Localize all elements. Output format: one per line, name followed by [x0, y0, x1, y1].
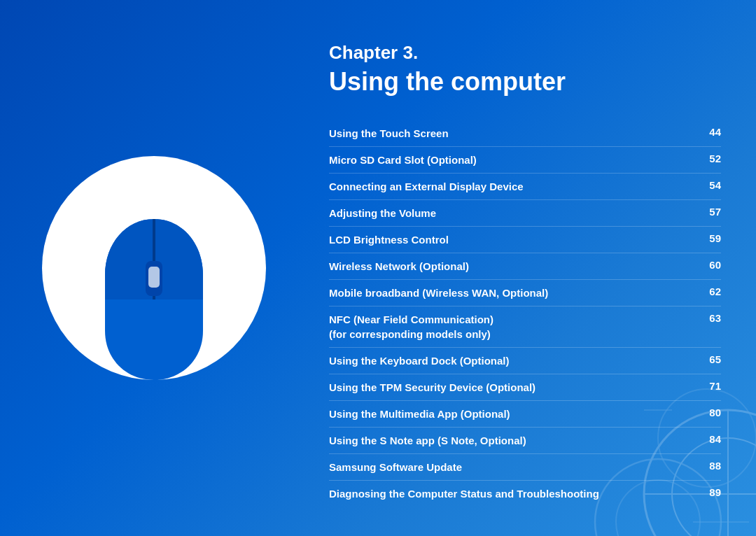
- toc-page-number: 63: [700, 312, 721, 324]
- chapter-title: Using the computer: [329, 66, 721, 97]
- toc-title: Adjusting the Volume: [329, 206, 700, 220]
- toc-row[interactable]: Using the S Note app (S Note, Optional)8…: [329, 429, 721, 452]
- toc-row[interactable]: Using the TPM Security Device (Optional)…: [329, 376, 721, 399]
- toc-title: NFC (Near Field Communication) (for corr…: [329, 312, 700, 341]
- toc-row[interactable]: LCD Brightness Control59: [329, 228, 721, 251]
- toc-divider: [329, 427, 721, 428]
- right-panel: Chapter 3. Using the computer Using the …: [308, 0, 756, 536]
- toc-divider: [329, 453, 721, 454]
- toc-row[interactable]: Micro SD Card Slot (Optional)52: [329, 148, 721, 171]
- toc-page-number: 54: [700, 179, 721, 191]
- toc-divider: [329, 226, 721, 227]
- toc-row[interactable]: Using the Multimedia App (Optional)80: [329, 402, 721, 425]
- left-panel: [0, 0, 308, 536]
- toc-row[interactable]: Connecting an External Display Device54: [329, 175, 721, 198]
- toc-row[interactable]: Using the Keyboard Dock (Optional)65: [329, 349, 721, 372]
- chapter-label: Chapter 3.: [329, 42, 721, 64]
- toc-title: Mobile broadband (Wireless WAN, Optional…: [329, 285, 700, 300]
- toc-title: Using the TPM Security Device (Optional): [329, 380, 700, 395]
- toc-divider: [329, 347, 721, 348]
- toc-page-number: 57: [700, 206, 721, 218]
- toc-page-number: 88: [700, 460, 721, 472]
- toc-row[interactable]: Adjusting the Volume57: [329, 202, 721, 225]
- toc-list: Using the Touch Screen44Micro SD Card Sl…: [329, 122, 721, 505]
- toc-divider: [329, 400, 721, 401]
- samsung-s-logo: [29, 163, 155, 373]
- toc-page-number: 80: [700, 407, 721, 418]
- toc-divider: [329, 253, 721, 253]
- toc-divider: [329, 199, 721, 200]
- toc-row[interactable]: Wireless Network (Optional)60: [329, 255, 721, 278]
- toc-title: LCD Brightness Control: [329, 232, 700, 247]
- toc-title: Diagnosing the Computer Status and Troub…: [329, 486, 700, 501]
- toc-divider: [329, 480, 721, 481]
- toc-title: Samsung Software Update: [329, 460, 700, 474]
- toc-page-number: 65: [700, 353, 721, 365]
- toc-title: Using the Touch Screen: [329, 126, 700, 141]
- toc-row[interactable]: Mobile broadband (Wireless WAN, Optional…: [329, 281, 721, 304]
- page-container: Chapter 3. Using the computer Using the …: [0, 0, 756, 536]
- toc-title: Using the Multimedia App (Optional): [329, 407, 700, 421]
- toc-page-number: 60: [700, 259, 721, 271]
- toc-title: Using the Keyboard Dock (Optional): [329, 353, 700, 368]
- toc-title: Using the S Note app (S Note, Optional): [329, 433, 700, 448]
- toc-page-number: 89: [700, 486, 721, 498]
- toc-title: Wireless Network (Optional): [329, 259, 700, 274]
- toc-page-number: 62: [700, 285, 721, 297]
- toc-divider: [329, 173, 721, 174]
- toc-page-number: 59: [700, 232, 721, 244]
- toc-page-number: 44: [700, 126, 721, 138]
- toc-divider: [329, 146, 721, 147]
- toc-title: Connecting an External Display Device: [329, 179, 700, 194]
- toc-page-number: 52: [700, 153, 721, 164]
- toc-divider: [329, 306, 721, 306]
- toc-page-number: 84: [700, 433, 721, 445]
- toc-title: Micro SD Card Slot (Optional): [329, 153, 700, 167]
- toc-divider: [329, 279, 721, 280]
- toc-divider: [329, 374, 721, 374]
- toc-row[interactable]: Samsung Software Update88: [329, 456, 721, 479]
- toc-row[interactable]: NFC (Near Field Communication) (for corr…: [329, 308, 721, 346]
- toc-page-number: 71: [700, 380, 721, 392]
- toc-row[interactable]: Using the Touch Screen44: [329, 122, 721, 145]
- toc-row[interactable]: Diagnosing the Computer Status and Troub…: [329, 482, 721, 505]
